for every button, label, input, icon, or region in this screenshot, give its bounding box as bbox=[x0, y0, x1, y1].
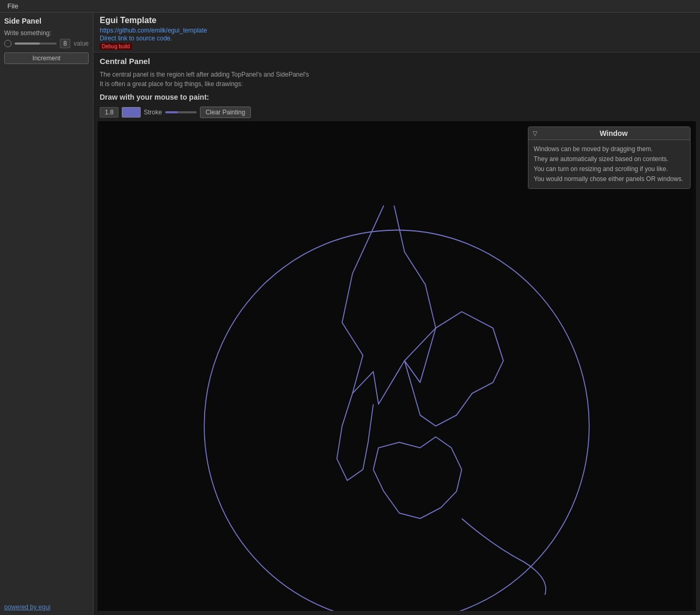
central-panel-label: Central Panel bbox=[100, 56, 694, 68]
slider-value-badge: 8 bbox=[60, 39, 71, 48]
powered-by-link[interactable]: powered by egui bbox=[4, 603, 89, 611]
central-panel: Egui Template https://github.com/emilk/e… bbox=[93, 13, 700, 615]
write-label: Write something: bbox=[4, 29, 89, 37]
svg-point-0 bbox=[204, 230, 589, 611]
stroke-slider-fill bbox=[165, 111, 178, 113]
window-body-text: Windows can be moved by dragging them. T… bbox=[534, 144, 685, 185]
main-layout: Side Panel Write something: 8 value Incr… bbox=[0, 13, 700, 615]
window-body: Windows can be moved by dragging them. T… bbox=[528, 140, 690, 189]
central-title: Egui Template bbox=[100, 16, 694, 25]
desc-line2: It is often a great place for big things… bbox=[100, 79, 694, 89]
color-swatch[interactable] bbox=[122, 107, 141, 118]
slider-track[interactable] bbox=[15, 43, 57, 45]
slider-fill bbox=[15, 43, 40, 45]
stroke-toolbar: 1.8 Stroke Clear Painting bbox=[93, 107, 700, 121]
desc-line1: The central panel is the region left aft… bbox=[100, 70, 694, 79]
direct-link[interactable]: Direct link to source code. bbox=[100, 35, 172, 42]
clear-painting-button[interactable]: Clear Painting bbox=[200, 107, 251, 118]
window-title: Window bbox=[542, 129, 686, 137]
central-desc: Central Panel The central panel is the r… bbox=[93, 52, 700, 91]
side-panel: Side Panel Write something: 8 value Incr… bbox=[0, 13, 93, 615]
slider-row: 8 value bbox=[4, 39, 89, 48]
window-popup[interactable]: ▽ Window Windows can be moved by draggin… bbox=[528, 126, 691, 189]
window-line1: Windows can be moved by dragging them. bbox=[534, 144, 685, 154]
slider-thumb-icon[interactable] bbox=[4, 40, 12, 47]
window-line4: You would normally chose either panels O… bbox=[534, 174, 685, 184]
paint-label: Draw with your mouse to paint: bbox=[100, 93, 209, 101]
stroke-slider[interactable] bbox=[165, 111, 197, 113]
canvas-area[interactable]: ▽ Window Windows can be moved by draggin… bbox=[98, 121, 696, 611]
github-link[interactable]: https://github.com/emilk/egui_template bbox=[100, 27, 207, 34]
side-panel-title: Side Panel bbox=[4, 17, 89, 25]
increment-button[interactable]: Increment bbox=[4, 52, 89, 64]
debug-badge: Debug build bbox=[100, 43, 132, 50]
paint-svg[interactable] bbox=[98, 121, 696, 611]
central-header: Egui Template https://github.com/emilk/e… bbox=[93, 13, 700, 52]
value-label: value bbox=[73, 40, 89, 47]
window-line3: You can turn on resizing and scrolling i… bbox=[534, 164, 685, 174]
stroke-label: Stroke bbox=[144, 109, 162, 116]
menubar: File bbox=[0, 0, 700, 13]
toolbar: Draw with your mouse to paint: bbox=[93, 91, 700, 107]
window-line2: They are automatically sized based on co… bbox=[534, 154, 685, 164]
collapse-icon[interactable]: ▽ bbox=[533, 130, 537, 137]
window-titlebar[interactable]: ▽ Window bbox=[528, 127, 690, 140]
file-menu[interactable]: File bbox=[3, 1, 23, 11]
stroke-value-field[interactable]: 1.8 bbox=[100, 107, 119, 118]
